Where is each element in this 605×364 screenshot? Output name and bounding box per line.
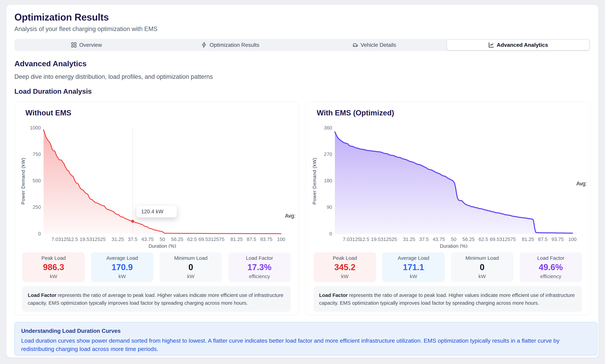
tab-advanced-analytics[interactable]: Advanced Analytics (447, 40, 589, 50)
tab-label: Vehicle Details (361, 42, 396, 48)
x-tick-label: 75 (510, 236, 516, 242)
load-duration-chart-without-ems[interactable]: 100075050025007.0312512.519.531252531.25… (14, 126, 299, 248)
y-tick-label: 1000 (30, 126, 41, 130)
y-tick-label: 180 (324, 178, 332, 183)
tab-label: Overview (79, 42, 102, 48)
x-tick-label: 56.25 (462, 236, 475, 242)
chart-title: Without EMS (26, 109, 71, 117)
x-tick-label: 50 (451, 236, 456, 242)
grid-icon (71, 42, 77, 48)
stats-row: Peak Load345.2kWAverage Load171.1kWMinim… (314, 252, 582, 282)
x-tick-label: 75 (219, 236, 224, 242)
info-panel-body: Load duration curves show power demand s… (21, 337, 584, 353)
stat-unit: kW (478, 273, 486, 279)
stats-row: Peak Load986.3kWAverage Load170.9kWMinim… (22, 252, 291, 282)
stat-value: 0 (480, 262, 485, 272)
x-tick-label: 69.53125 (490, 236, 510, 242)
x-tick-label: 100 (568, 236, 577, 242)
note-bold-term: Load Factor (28, 292, 56, 298)
tab-overview[interactable]: Overview (15, 40, 157, 50)
x-tick-label: 12.5 (68, 236, 78, 242)
y-tick-label: 270 (324, 152, 332, 157)
avg-line-label: Avg: (285, 213, 295, 219)
analysis-heading: Load Duration Analysis (14, 87, 92, 95)
x-tick-label: 19.53125 (80, 236, 100, 242)
stat-label: Average Load (398, 255, 429, 261)
stat-peak-load: Peak Load345.2kW (314, 252, 376, 282)
x-tick-label: 81.25 (231, 236, 243, 242)
stat-unit: kW (118, 273, 126, 279)
x-tick-label: 56.25 (171, 236, 183, 242)
stat-label: Load Factor (537, 255, 564, 261)
y-tick-label: 0 (38, 231, 41, 236)
x-tick-label: 50 (160, 236, 165, 242)
y-axis-title: Power Demand (kW) (312, 158, 317, 205)
zap-icon (201, 42, 207, 48)
y-tick-label: 0 (329, 231, 332, 236)
x-tick-label: 12.5 (360, 236, 369, 242)
stat-unit: kW (410, 273, 417, 279)
stat-value: 171.1 (403, 262, 424, 272)
stat-value: 986.3 (43, 262, 64, 272)
tab-label: Optimization Results (210, 42, 259, 48)
stat-unit: kW (341, 273, 348, 279)
x-tick-label: 87.5 (538, 236, 548, 242)
y-tick-label: 360 (324, 126, 332, 130)
stat-value: 170.9 (112, 262, 133, 272)
stat-load-factor: Load Factor49.6%efficiency (520, 252, 582, 282)
x-tick-label: 37.5 (419, 236, 429, 242)
x-axis-title: Duration (%) (149, 243, 176, 248)
stat-unit: efficiency (249, 273, 270, 279)
x-tick-label: 93.75 (260, 236, 272, 242)
x-tick-label: 87.5 (247, 236, 256, 242)
x-tick-label: 93.75 (552, 236, 564, 242)
stat-average-load: Average Load171.1kW (382, 252, 445, 282)
x-tick-label: 25 (100, 236, 106, 242)
y-tick-label: 500 (33, 178, 41, 183)
x-tick-label: 37.5 (128, 236, 137, 242)
hover-point-marker (131, 220, 134, 223)
stat-value: 17.3% (247, 262, 271, 272)
load-duration-chart-with-ems[interactable]: 3602701809007.0312512.519.531252531.2537… (306, 126, 590, 248)
note-bold-term: Load Factor (319, 292, 348, 298)
stat-minimum-load: Minimum Load0kW (451, 252, 513, 282)
x-tick-label: 43.75 (141, 236, 154, 242)
stat-load-factor: Load Factor17.3%efficiency (228, 252, 291, 282)
charts-row: Without EMS 100075050025007.0312512.519.… (14, 102, 590, 315)
note-text: represents the ratio of average to peak … (28, 292, 283, 306)
load-curve-area (335, 132, 572, 234)
stat-label: Average Load (106, 255, 138, 261)
y-tick-label: 750 (33, 152, 41, 157)
info-panel-title: Understanding Load Duration Curves (21, 328, 591, 334)
page-title: Optimization Results (14, 12, 109, 23)
info-panel-load-duration: Understanding Load Duration Curves Load … (14, 322, 597, 355)
stat-value: 49.6% (539, 262, 563, 272)
stat-label: Minimum Load (174, 255, 208, 261)
stat-label: Peak Load (333, 255, 357, 261)
line-chart-icon (488, 42, 494, 48)
load-factor-note: Load Factor represents the ratio of aver… (22, 286, 291, 312)
section-title: Advanced Analytics (14, 59, 87, 68)
x-tick-label: 31.25 (403, 236, 415, 242)
tab-optimization-results[interactable]: Optimization Results (159, 40, 301, 50)
x-tick-label: 81.25 (522, 236, 534, 242)
stat-label: Peak Load (41, 255, 65, 261)
stat-value: 0 (188, 262, 193, 272)
x-tick-label: 62.5 (478, 236, 488, 242)
chart-card-without-ems: Without EMS 100075050025007.0312512.519.… (14, 102, 299, 315)
x-tick-label: 100 (277, 236, 285, 242)
stat-unit: kW (187, 273, 194, 279)
stat-minimum-load: Minimum Load0kW (160, 252, 222, 282)
x-tick-label: 69.53125 (198, 236, 219, 242)
chart-tooltip: 120.4 kW (136, 206, 177, 217)
stat-average-load: Average Load170.9kW (91, 252, 153, 282)
stat-label: Load Factor (246, 255, 273, 261)
page-subtitle: Analysis of your fleet charging optimiza… (14, 26, 157, 33)
tab-bar: OverviewOptimization ResultsVehicle Deta… (14, 39, 590, 51)
car-icon (352, 42, 358, 48)
x-tick-label: 7.03125 (343, 236, 360, 242)
optimization-results-panel: Optimization Results Analysis of your fl… (6, 5, 598, 358)
stat-peak-load: Peak Load986.3kW (22, 252, 85, 282)
y-tick-label: 250 (33, 204, 41, 210)
tab-vehicle-details[interactable]: Vehicle Details (303, 40, 445, 50)
